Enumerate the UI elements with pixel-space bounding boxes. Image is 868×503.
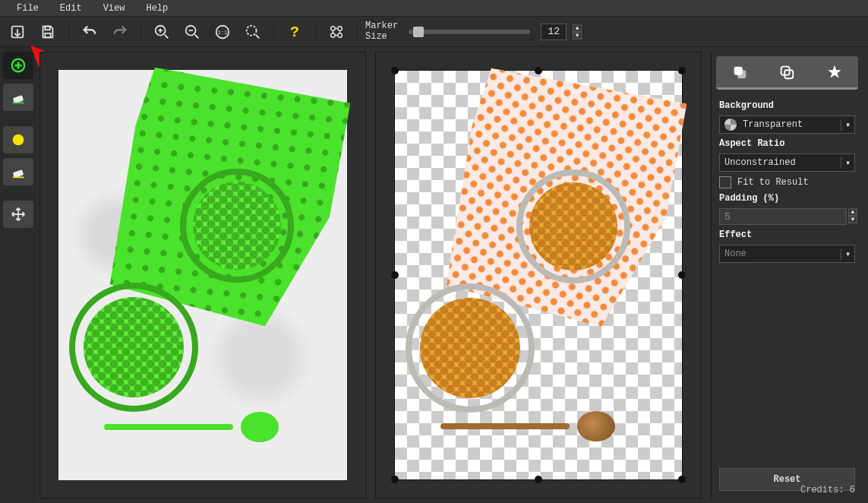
help-icon: ? [286, 24, 303, 40]
crop-handle[interactable] [391, 476, 399, 483]
bowl [516, 169, 630, 283]
padding-up[interactable]: ▲ [848, 208, 857, 216]
zoom-out-icon [184, 24, 200, 40]
plus-icon [10, 57, 27, 74]
source-canvas[interactable] [39, 52, 366, 498]
chevron-down-icon[interactable]: ▾ [841, 248, 854, 260]
svg-rect-15 [13, 102, 24, 103]
marker-size-down[interactable]: ▼ [573, 32, 582, 40]
svg-text:1:1: 1:1 [217, 29, 228, 35]
bowl-overlay [69, 283, 198, 412]
preview-canvas[interactable] [375, 52, 702, 498]
menu-bar: File Edit View Help [0, 0, 868, 17]
right-panel: Background Transparent ▾ Aspect Ratio Un… [711, 52, 863, 498]
add-mark-button[interactable] [3, 52, 33, 79]
redo-icon [112, 24, 128, 40]
move-button[interactable] [3, 201, 33, 228]
mark-yellow-button[interactable] [3, 126, 33, 153]
menu-help[interactable]: Help [135, 1, 178, 16]
star-icon [826, 64, 843, 81]
zoom-in-icon [153, 24, 170, 40]
marker-size-input[interactable] [541, 24, 567, 40]
erase-green-button[interactable] [3, 84, 33, 111]
zoom-in-button[interactable] [149, 21, 175, 43]
menu-file[interactable]: File [6, 1, 49, 16]
help-button[interactable]: ? [282, 21, 308, 43]
background-select[interactable]: Transparent ▾ [719, 115, 855, 134]
save-button[interactable] [35, 21, 61, 43]
crop-handle[interactable] [535, 67, 542, 74]
tab-favorites[interactable] [823, 61, 846, 84]
svg-point-16 [13, 134, 24, 146]
zoom-fit-icon [245, 24, 261, 40]
menu-edit[interactable]: Edit [49, 1, 93, 16]
ai-icon [328, 24, 345, 40]
padding-down[interactable]: ▼ [848, 216, 857, 223]
svg-rect-18 [13, 176, 24, 178]
circle-icon [10, 131, 27, 148]
crop-handle[interactable] [678, 67, 686, 74]
crop-handle[interactable] [678, 271, 686, 279]
toolbar: 1:1 ? Marker Size ▲ ▼ [0, 17, 868, 47]
background-label: Background [719, 100, 855, 111]
crop-handle[interactable] [391, 67, 399, 74]
fit-to-result-checkbox[interactable] [719, 176, 731, 188]
effect-value: None [720, 248, 841, 259]
svg-text:?: ? [290, 24, 299, 40]
move-icon [10, 206, 27, 223]
zoom-1to1-icon: 1:1 [214, 24, 231, 40]
undo-icon [81, 24, 98, 40]
zoom-out-button[interactable] [179, 21, 205, 43]
foreground-icon [731, 64, 748, 81]
bowl [406, 283, 535, 413]
save-icon [39, 24, 56, 40]
undo-button[interactable] [77, 21, 103, 43]
fit-to-result-label: Fit to Result [737, 177, 809, 188]
effect-label: Effect [719, 229, 855, 240]
bowl-overlay [180, 169, 294, 283]
crop-handle[interactable] [535, 476, 542, 483]
marker-size-up[interactable]: ▲ [573, 24, 582, 32]
chevron-down-icon[interactable]: ▾ [841, 157, 854, 169]
background-value: Transparent [741, 119, 841, 130]
spoon-overlay [104, 412, 279, 442]
tab-foreground[interactable] [728, 61, 751, 84]
svg-rect-2 [45, 26, 49, 30]
svg-point-10 [338, 26, 342, 30]
eraser-icon [10, 163, 27, 180]
menu-view[interactable]: View [93, 1, 136, 16]
aspect-ratio-select[interactable]: Unconstrained ▾ [719, 153, 855, 172]
effect-select[interactable]: None ▾ [719, 245, 855, 263]
open-button[interactable] [5, 21, 30, 43]
spoon [440, 411, 615, 441]
svg-point-12 [338, 33, 342, 37]
eraser-icon [10, 89, 27, 106]
transparent-swatch [724, 119, 737, 131]
marker-size-slider[interactable] [409, 30, 530, 34]
aspect-ratio-label: Aspect Ratio [719, 138, 855, 149]
padding-label: Padding (%) [719, 193, 855, 204]
svg-point-11 [331, 33, 336, 37]
zoom-fit-button[interactable] [240, 21, 266, 43]
zoom-1to1-button[interactable]: 1:1 [210, 21, 235, 43]
background-icon [778, 64, 795, 81]
svg-rect-22 [737, 70, 746, 78]
svg-rect-1 [45, 33, 50, 37]
slider-thumb[interactable] [413, 27, 424, 37]
credits-display: Credits: 6 [800, 485, 855, 495]
marker-size-label: Marker Size [365, 21, 398, 41]
padding-input[interactable] [719, 208, 847, 225]
open-icon [9, 24, 26, 40]
tab-background[interactable] [775, 61, 798, 84]
svg-point-9 [331, 26, 336, 30]
work-area: Background Transparent ▾ Aspect Ratio Un… [38, 47, 868, 503]
chevron-down-icon[interactable]: ▾ [841, 119, 854, 131]
crop-handle[interactable] [678, 476, 686, 483]
aspect-ratio-value: Unconstrained [720, 157, 841, 168]
crop-handle[interactable] [391, 271, 399, 279]
ai-segment-button[interactable] [324, 21, 349, 43]
redo-button[interactable] [107, 21, 133, 43]
side-toolbar [0, 47, 38, 503]
svg-point-7 [247, 25, 257, 35]
erase-yellow-button[interactable] [3, 158, 33, 185]
